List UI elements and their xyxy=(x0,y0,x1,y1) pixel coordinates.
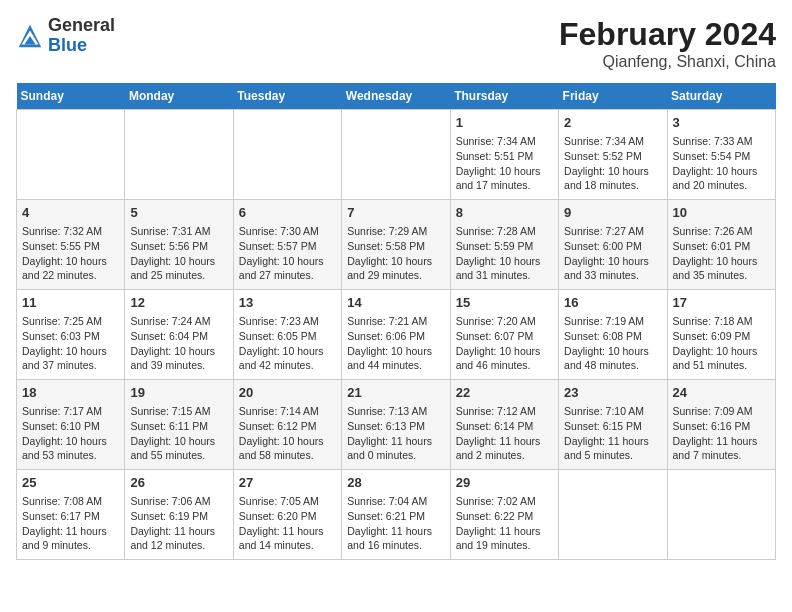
logo-text: General Blue xyxy=(48,16,115,56)
page-subtitle: Qianfeng, Shanxi, China xyxy=(559,53,776,71)
calendar-row: 18Sunrise: 7:17 AM Sunset: 6:10 PM Dayli… xyxy=(17,380,776,470)
calendar-cell: 26Sunrise: 7:06 AM Sunset: 6:19 PM Dayli… xyxy=(125,470,233,560)
page-title: February 2024 xyxy=(559,16,776,53)
day-info: Sunrise: 7:24 AM Sunset: 6:04 PM Dayligh… xyxy=(130,314,227,373)
day-info: Sunrise: 7:09 AM Sunset: 6:16 PM Dayligh… xyxy=(673,404,770,463)
day-info: Sunrise: 7:34 AM Sunset: 5:51 PM Dayligh… xyxy=(456,134,553,193)
day-info: Sunrise: 7:02 AM Sunset: 6:22 PM Dayligh… xyxy=(456,494,553,553)
calendar-cell: 13Sunrise: 7:23 AM Sunset: 6:05 PM Dayli… xyxy=(233,290,341,380)
page-header: General Blue February 2024 Qianfeng, Sha… xyxy=(16,16,776,71)
day-number: 4 xyxy=(22,204,119,222)
calendar-cell: 28Sunrise: 7:04 AM Sunset: 6:21 PM Dayli… xyxy=(342,470,450,560)
day-number: 22 xyxy=(456,384,553,402)
day-number: 25 xyxy=(22,474,119,492)
day-number: 6 xyxy=(239,204,336,222)
calendar-cell: 19Sunrise: 7:15 AM Sunset: 6:11 PM Dayli… xyxy=(125,380,233,470)
day-number: 27 xyxy=(239,474,336,492)
calendar-cell: 21Sunrise: 7:13 AM Sunset: 6:13 PM Dayli… xyxy=(342,380,450,470)
header-day: Monday xyxy=(125,83,233,110)
calendar-cell: 15Sunrise: 7:20 AM Sunset: 6:07 PM Dayli… xyxy=(450,290,558,380)
day-number: 21 xyxy=(347,384,444,402)
day-number: 28 xyxy=(347,474,444,492)
day-number: 11 xyxy=(22,294,119,312)
day-number: 24 xyxy=(673,384,770,402)
calendar-cell xyxy=(667,470,775,560)
day-info: Sunrise: 7:19 AM Sunset: 6:08 PM Dayligh… xyxy=(564,314,661,373)
calendar-cell: 24Sunrise: 7:09 AM Sunset: 6:16 PM Dayli… xyxy=(667,380,775,470)
day-info: Sunrise: 7:08 AM Sunset: 6:17 PM Dayligh… xyxy=(22,494,119,553)
header-row: SundayMondayTuesdayWednesdayThursdayFrid… xyxy=(17,83,776,110)
day-info: Sunrise: 7:14 AM Sunset: 6:12 PM Dayligh… xyxy=(239,404,336,463)
day-info: Sunrise: 7:31 AM Sunset: 5:56 PM Dayligh… xyxy=(130,224,227,283)
calendar-cell: 14Sunrise: 7:21 AM Sunset: 6:06 PM Dayli… xyxy=(342,290,450,380)
day-info: Sunrise: 7:17 AM Sunset: 6:10 PM Dayligh… xyxy=(22,404,119,463)
calendar-cell: 1Sunrise: 7:34 AM Sunset: 5:51 PM Daylig… xyxy=(450,110,558,200)
day-info: Sunrise: 7:12 AM Sunset: 6:14 PM Dayligh… xyxy=(456,404,553,463)
calendar-cell: 17Sunrise: 7:18 AM Sunset: 6:09 PM Dayli… xyxy=(667,290,775,380)
day-number: 15 xyxy=(456,294,553,312)
day-info: Sunrise: 7:04 AM Sunset: 6:21 PM Dayligh… xyxy=(347,494,444,553)
day-number: 13 xyxy=(239,294,336,312)
calendar-cell: 18Sunrise: 7:17 AM Sunset: 6:10 PM Dayli… xyxy=(17,380,125,470)
header-day: Thursday xyxy=(450,83,558,110)
logo: General Blue xyxy=(16,16,115,56)
day-info: Sunrise: 7:27 AM Sunset: 6:00 PM Dayligh… xyxy=(564,224,661,283)
day-number: 10 xyxy=(673,204,770,222)
calendar-cell: 16Sunrise: 7:19 AM Sunset: 6:08 PM Dayli… xyxy=(559,290,667,380)
calendar-cell: 4Sunrise: 7:32 AM Sunset: 5:55 PM Daylig… xyxy=(17,200,125,290)
header-day: Friday xyxy=(559,83,667,110)
day-number: 7 xyxy=(347,204,444,222)
day-info: Sunrise: 7:30 AM Sunset: 5:57 PM Dayligh… xyxy=(239,224,336,283)
calendar-cell: 22Sunrise: 7:12 AM Sunset: 6:14 PM Dayli… xyxy=(450,380,558,470)
calendar-cell xyxy=(342,110,450,200)
calendar-cell: 7Sunrise: 7:29 AM Sunset: 5:58 PM Daylig… xyxy=(342,200,450,290)
calendar-cell: 25Sunrise: 7:08 AM Sunset: 6:17 PM Dayli… xyxy=(17,470,125,560)
day-info: Sunrise: 7:23 AM Sunset: 6:05 PM Dayligh… xyxy=(239,314,336,373)
day-number: 29 xyxy=(456,474,553,492)
day-info: Sunrise: 7:34 AM Sunset: 5:52 PM Dayligh… xyxy=(564,134,661,193)
calendar-row: 1Sunrise: 7:34 AM Sunset: 5:51 PM Daylig… xyxy=(17,110,776,200)
header-day: Wednesday xyxy=(342,83,450,110)
day-info: Sunrise: 7:13 AM Sunset: 6:13 PM Dayligh… xyxy=(347,404,444,463)
calendar-cell: 6Sunrise: 7:30 AM Sunset: 5:57 PM Daylig… xyxy=(233,200,341,290)
calendar-cell: 2Sunrise: 7:34 AM Sunset: 5:52 PM Daylig… xyxy=(559,110,667,200)
day-number: 12 xyxy=(130,294,227,312)
day-number: 3 xyxy=(673,114,770,132)
day-number: 17 xyxy=(673,294,770,312)
calendar-cell: 10Sunrise: 7:26 AM Sunset: 6:01 PM Dayli… xyxy=(667,200,775,290)
calendar-cell xyxy=(125,110,233,200)
calendar-cell: 5Sunrise: 7:31 AM Sunset: 5:56 PM Daylig… xyxy=(125,200,233,290)
day-info: Sunrise: 7:18 AM Sunset: 6:09 PM Dayligh… xyxy=(673,314,770,373)
day-number: 8 xyxy=(456,204,553,222)
day-info: Sunrise: 7:21 AM Sunset: 6:06 PM Dayligh… xyxy=(347,314,444,373)
calendar-table: SundayMondayTuesdayWednesdayThursdayFrid… xyxy=(16,83,776,560)
day-number: 16 xyxy=(564,294,661,312)
calendar-body: 1Sunrise: 7:34 AM Sunset: 5:51 PM Daylig… xyxy=(17,110,776,560)
day-info: Sunrise: 7:20 AM Sunset: 6:07 PM Dayligh… xyxy=(456,314,553,373)
day-number: 14 xyxy=(347,294,444,312)
logo-icon xyxy=(16,22,44,50)
calendar-cell: 8Sunrise: 7:28 AM Sunset: 5:59 PM Daylig… xyxy=(450,200,558,290)
day-number: 9 xyxy=(564,204,661,222)
day-number: 1 xyxy=(456,114,553,132)
day-number: 23 xyxy=(564,384,661,402)
day-info: Sunrise: 7:33 AM Sunset: 5:54 PM Dayligh… xyxy=(673,134,770,193)
calendar-cell xyxy=(17,110,125,200)
day-info: Sunrise: 7:25 AM Sunset: 6:03 PM Dayligh… xyxy=(22,314,119,373)
day-number: 26 xyxy=(130,474,227,492)
logo-general: General xyxy=(48,15,115,35)
day-number: 20 xyxy=(239,384,336,402)
title-block: February 2024 Qianfeng, Shanxi, China xyxy=(559,16,776,71)
calendar-row: 25Sunrise: 7:08 AM Sunset: 6:17 PM Dayli… xyxy=(17,470,776,560)
calendar-cell: 23Sunrise: 7:10 AM Sunset: 6:15 PM Dayli… xyxy=(559,380,667,470)
header-day: Saturday xyxy=(667,83,775,110)
calendar-cell: 12Sunrise: 7:24 AM Sunset: 6:04 PM Dayli… xyxy=(125,290,233,380)
calendar-cell xyxy=(233,110,341,200)
calendar-header: SundayMondayTuesdayWednesdayThursdayFrid… xyxy=(17,83,776,110)
header-day: Sunday xyxy=(17,83,125,110)
calendar-cell: 20Sunrise: 7:14 AM Sunset: 6:12 PM Dayli… xyxy=(233,380,341,470)
calendar-cell xyxy=(559,470,667,560)
day-info: Sunrise: 7:29 AM Sunset: 5:58 PM Dayligh… xyxy=(347,224,444,283)
logo-blue: Blue xyxy=(48,35,87,55)
day-info: Sunrise: 7:32 AM Sunset: 5:55 PM Dayligh… xyxy=(22,224,119,283)
